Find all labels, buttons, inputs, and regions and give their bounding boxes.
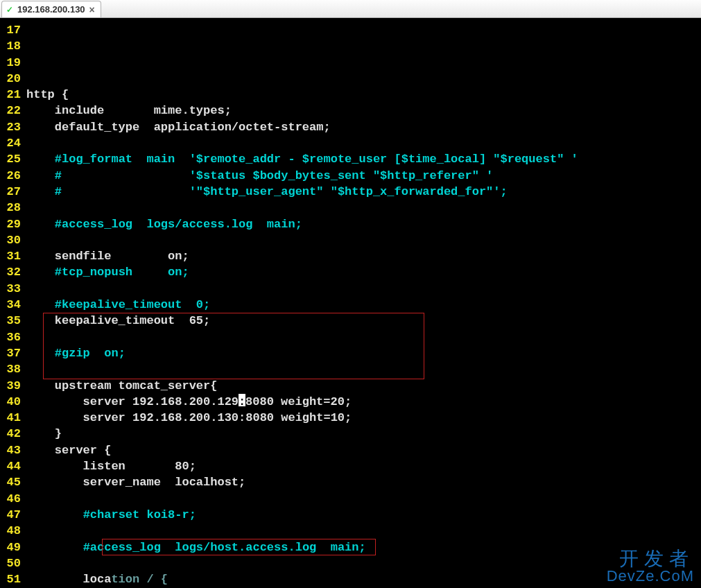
text-cursor: :	[239, 394, 245, 406]
code-line[interactable]: #access_log logs/host.access.log main;	[26, 539, 701, 555]
code-line[interactable]: # '$status $body_bytes_sent "$http_refer…	[26, 168, 701, 184]
line-number: 36	[3, 329, 21, 345]
line-number: 34	[3, 297, 21, 313]
line-number: 51	[3, 571, 21, 587]
code-line[interactable]: include mime.types;	[26, 103, 701, 119]
code-line[interactable]	[26, 523, 701, 539]
line-number: 22	[3, 103, 21, 119]
code-line[interactable]: keepalive_timeout 65;	[26, 313, 701, 329]
line-number: 30	[3, 232, 21, 248]
line-number: 46	[3, 491, 21, 507]
line-number: 23	[3, 119, 21, 135]
code-line[interactable]: #log_format main '$remote_addr - $remote…	[26, 151, 701, 167]
line-number: 49	[3, 539, 21, 555]
code-line[interactable]: #keepalive_timeout 0;	[26, 297, 701, 313]
line-number: 37	[3, 345, 21, 361]
code-line[interactable]: #charset koi8-r;	[26, 507, 701, 523]
code-line[interactable]	[26, 491, 701, 507]
line-number: 47	[3, 507, 21, 523]
tab-bar: ✓ 192.168.200.130 ×	[0, 0, 701, 18]
line-number: 32	[3, 264, 21, 280]
code-line[interactable]	[26, 281, 701, 297]
code-content[interactable]: http { include mime.types; default_type …	[24, 18, 701, 588]
line-number: 29	[3, 216, 21, 232]
line-number: 48	[3, 523, 21, 539]
line-number: 40	[3, 394, 21, 410]
code-line[interactable]: http {	[26, 87, 701, 103]
line-number: 24	[3, 135, 21, 151]
line-number: 20	[3, 71, 21, 87]
line-number: 18	[3, 38, 21, 54]
line-number: 39	[3, 378, 21, 394]
code-line[interactable]: # '"$http_user_agent" "$http_x_forwarded…	[26, 184, 701, 200]
line-number: 21	[3, 87, 21, 103]
tab-active[interactable]: ✓ 192.168.200.130 ×	[1, 1, 101, 17]
line-number: 17	[3, 22, 21, 38]
line-number: 31	[3, 248, 21, 264]
line-number: 38	[3, 361, 21, 377]
code-line[interactable]: server 192.168.200.130:8080 weight=10;	[26, 410, 701, 426]
check-icon: ✓	[6, 5, 13, 15]
code-line[interactable]	[26, 329, 701, 345]
line-number: 41	[3, 410, 21, 426]
code-line[interactable]: default_type application/octet-stream;	[26, 119, 701, 135]
code-line[interactable]: server_name localhost;	[26, 474, 701, 490]
code-line[interactable]: sendfile on;	[26, 248, 701, 264]
code-line[interactable]	[26, 232, 701, 248]
line-number: 35	[3, 313, 21, 329]
line-number: 45	[3, 474, 21, 490]
code-line[interactable]	[26, 555, 701, 571]
line-number: 43	[3, 442, 21, 458]
code-line[interactable]: listen 80;	[26, 458, 701, 474]
code-line[interactable]	[26, 200, 701, 216]
line-number: 33	[3, 281, 21, 297]
line-number: 25	[3, 151, 21, 167]
editor-area[interactable]: 1718192021222324252627282930313233343536…	[0, 18, 701, 588]
code-line[interactable]: location / {	[26, 571, 701, 587]
code-line[interactable]: upstream tomcat_server{	[26, 378, 701, 394]
line-number: 26	[3, 168, 21, 184]
code-line[interactable]	[26, 135, 701, 151]
close-icon[interactable]: ×	[89, 4, 95, 15]
code-line[interactable]: server {	[26, 442, 701, 458]
code-line[interactable]: server 192.168.200.129:8080 weight=20;	[26, 394, 701, 410]
line-number: 44	[3, 458, 21, 474]
code-line[interactable]: #access_log logs/access.log main;	[26, 216, 701, 232]
line-number: 42	[3, 426, 21, 442]
line-number: 50	[3, 555, 21, 571]
code-line[interactable]: #gzip on;	[26, 345, 701, 361]
code-line[interactable]: }	[26, 426, 701, 442]
line-number-gutter: 1718192021222324252627282930313233343536…	[0, 18, 24, 588]
line-number: 19	[3, 55, 21, 71]
line-number: 27	[3, 184, 21, 200]
tab-title: 192.168.200.130	[17, 4, 85, 15]
code-line[interactable]	[26, 361, 701, 377]
code-line[interactable]: #tcp_nopush on;	[26, 264, 701, 280]
line-number: 28	[3, 200, 21, 216]
